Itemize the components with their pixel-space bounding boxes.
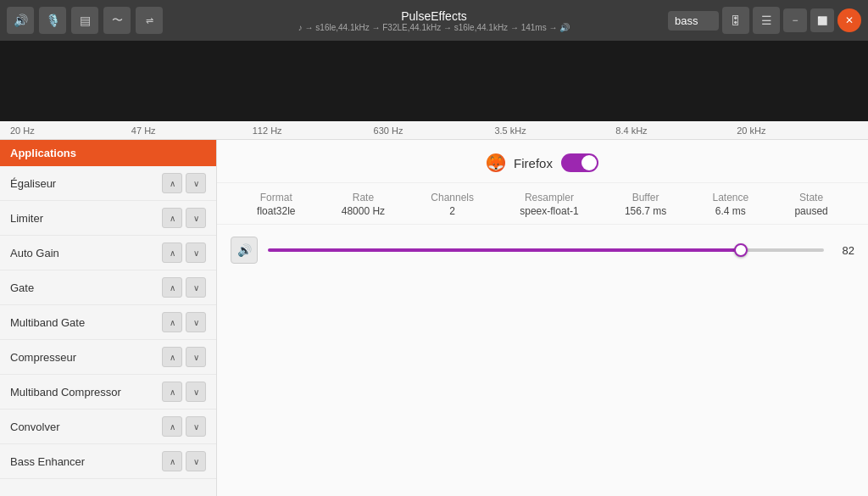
sidebar-label-gate: Gate <box>10 281 34 294</box>
sidebar-label-compresseur: Compresseur <box>10 351 76 364</box>
sidebar-label-egaliseur: Égaliseur <box>10 177 56 190</box>
convolver-down[interactable]: ∨ <box>186 416 206 437</box>
limiter-down[interactable]: ∨ <box>186 208 206 228</box>
sidebar-controls-multiband-gate: ∧ ∨ <box>162 312 206 332</box>
titlebar: 🔊 🎙️ ▤ 〜 ⇌ PulseEffects ♪ → s16le,44.1kH… <box>0 0 868 41</box>
volume-slider-thumb[interactable] <box>734 243 748 257</box>
freq-label-0: 20 Hz <box>10 125 131 136</box>
stat-buffer: Buffer 156.7 ms <box>625 192 666 217</box>
compresseur-down[interactable]: ∨ <box>186 347 206 367</box>
bass-enhancer-down[interactable]: ∨ <box>186 451 206 471</box>
stat-format-label: Format <box>257 192 295 203</box>
firefox-row: 🦊 Firefox <box>217 140 868 183</box>
stat-rate-value: 48000 Hz <box>342 205 385 217</box>
bass-enhancer-up[interactable]: ∧ <box>162 451 182 471</box>
sidebar-item-autogain[interactable]: Auto Gain ∧ ∨ <box>0 236 216 270</box>
wave-btn[interactable]: 〜 <box>103 7 131 34</box>
stats-row: Format float32le Rate 48000 Hz Channels … <box>217 183 868 225</box>
stat-format-value: float32le <box>257 205 295 217</box>
freq-ruler: 20 Hz 47 Hz 112 Hz 630 Hz 3.5 kHz 8.4 kH… <box>0 121 868 140</box>
sidebar-item-multiband-gate[interactable]: Multiband Gate ∧ ∨ <box>0 305 216 340</box>
titlebar-right-icons: 🎛 ☰ − ⬜ ✕ <box>668 7 861 34</box>
sidebar-label-multiband-gate: Multiband Gate <box>10 316 85 329</box>
gate-down[interactable]: ∨ <box>186 277 206 298</box>
sidebar-label-multiband-compressor: Multiband Compressor <box>10 386 121 398</box>
firefox-toggle[interactable] <box>561 153 598 172</box>
stat-channels-label: Channels <box>431 192 474 203</box>
volume-icon-button[interactable]: 🔊 <box>231 237 258 264</box>
list-btn[interactable]: ▤ <box>71 7 98 34</box>
sidebar-controls-multiband-compressor: ∧ ∨ <box>162 382 206 402</box>
stat-channels: Channels 2 <box>431 192 474 217</box>
egaliseur-down[interactable]: ∨ <box>186 173 206 193</box>
volume-slider-container <box>268 242 824 259</box>
presets-btn[interactable]: 🎛 <box>722 7 749 34</box>
multiband-compressor-down[interactable]: ∨ <box>186 382 206 402</box>
menu-btn[interactable]: ☰ <box>753 7 780 34</box>
sidebar-item-limiter[interactable]: Limiter ∧ ∨ <box>0 201 216 236</box>
search-input[interactable] <box>668 11 719 31</box>
multiband-compressor-up[interactable]: ∧ <box>162 382 182 402</box>
stat-buffer-value: 156.7 ms <box>625 205 666 217</box>
right-panel: 🦊 Firefox Format float32le Rate 48000 Hz… <box>217 140 868 496</box>
sidebar-label-convolver: Convolver <box>10 421 60 433</box>
freq-label-2: 112 Hz <box>253 125 374 136</box>
volume-row: 🔊 82 <box>217 225 868 276</box>
convolver-up[interactable]: ∧ <box>162 416 182 437</box>
freq-label-5: 8.4 kHz <box>615 125 737 136</box>
limiter-up[interactable]: ∧ <box>162 208 182 228</box>
freq-label-3: 630 Hz <box>374 125 495 136</box>
sidebar-controls-gate: ∧ ∨ <box>162 277 206 298</box>
sidebar-item-gate[interactable]: Gate ∧ ∨ <box>0 270 216 305</box>
freq-label-6: 20 kHz <box>737 125 858 136</box>
spectrum-area <box>0 41 868 121</box>
egaliseur-up[interactable]: ∧ <box>162 173 182 193</box>
sidebar: Applications Égaliseur ∧ ∨ Limiter ∧ ∨ A… <box>0 140 217 496</box>
sidebar-controls-limiter: ∧ ∨ <box>162 208 206 228</box>
sidebar-item-multiband-compressor[interactable]: Multiband Compressor ∧ ∨ <box>0 375 216 410</box>
stat-state-value: paused <box>794 205 827 217</box>
compresseur-up[interactable]: ∧ <box>162 347 182 367</box>
multiband-gate-up[interactable]: ∧ <box>162 312 182 332</box>
volume-value: 82 <box>834 244 854 257</box>
sidebar-label-bass-enhancer: Bass Enhancer <box>10 455 85 468</box>
stat-latence: Latence 6.4 ms <box>712 192 748 217</box>
stat-channels-value: 2 <box>431 205 474 217</box>
multiband-gate-down[interactable]: ∨ <box>186 312 206 332</box>
autogain-down[interactable]: ∨ <box>186 242 206 263</box>
sidebar-item-compresseur[interactable]: Compresseur ∧ ∨ <box>0 340 216 375</box>
stat-resampler-value: speex-float-1 <box>520 205 578 217</box>
volume-slider-track <box>268 248 824 252</box>
stat-buffer-label: Buffer <box>625 192 666 203</box>
speaker-btn[interactable]: 🔊 <box>7 7 34 34</box>
close-button[interactable]: ✕ <box>837 8 861 32</box>
sidebar-controls-autogain: ∧ ∨ <box>162 242 206 263</box>
stat-latence-value: 6.4 ms <box>712 205 748 217</box>
sidebar-controls-egaliseur: ∧ ∨ <box>162 173 206 193</box>
firefox-label: Firefox <box>514 156 553 170</box>
mic-btn[interactable]: 🎙️ <box>39 7 66 34</box>
stat-state: State paused <box>794 192 827 217</box>
sidebar-controls-bass-enhancer: ∧ ∨ <box>162 451 206 471</box>
sidebar-item-egaliseur[interactable]: Égaliseur ∧ ∨ <box>0 166 216 201</box>
gate-up[interactable]: ∧ <box>162 277 182 298</box>
shuffle-btn[interactable]: ⇌ <box>136 7 163 34</box>
sidebar-controls-convolver: ∧ ∨ <box>162 416 206 437</box>
titlebar-left-icons: 🔊 🎙️ ▤ 〜 ⇌ <box>7 7 163 34</box>
minimize-button[interactable]: − <box>783 8 807 32</box>
stat-rate: Rate 48000 Hz <box>342 192 385 217</box>
freq-label-1: 47 Hz <box>131 125 253 136</box>
app-title: PulseEffects <box>298 9 570 23</box>
stat-resampler: Resampler speex-float-1 <box>520 192 578 217</box>
autogain-up[interactable]: ∧ <box>162 242 182 263</box>
sidebar-item-bass-enhancer[interactable]: Bass Enhancer ∧ ∨ <box>0 444 216 479</box>
sidebar-item-convolver[interactable]: Convolver ∧ ∨ <box>0 410 216 444</box>
sidebar-header: Applications <box>0 140 216 166</box>
stat-latence-label: Latence <box>712 192 748 203</box>
freq-label-4: 3.5 kHz <box>494 125 615 136</box>
stat-rate-label: Rate <box>342 192 385 203</box>
firefox-icon: 🦊 <box>487 153 505 172</box>
sidebar-label-limiter: Limiter <box>10 212 43 225</box>
titlebar-center: PulseEffects ♪ → s16le,44.1kHz → F32LE,4… <box>298 9 570 32</box>
restore-button[interactable]: ⬜ <box>810 8 834 32</box>
